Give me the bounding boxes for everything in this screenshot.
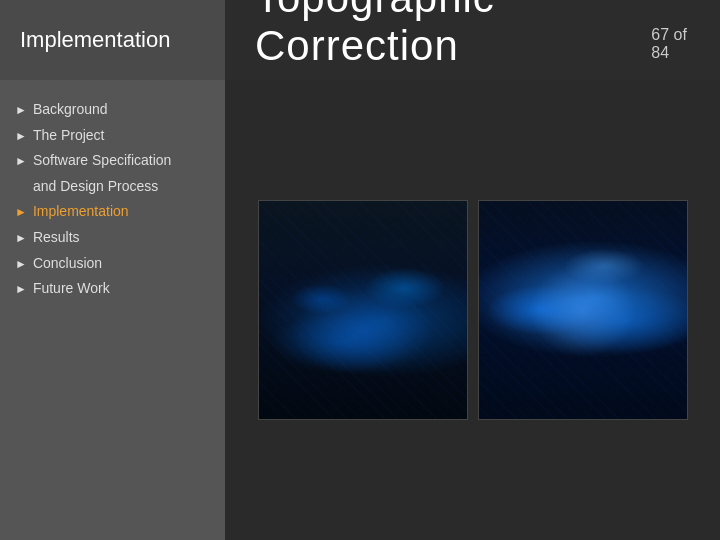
sidebar-item-results[interactable]: ► Results: [15, 228, 210, 248]
sidebar-item-future-work[interactable]: ► Future Work: [15, 279, 210, 299]
topo-image-right: [478, 200, 688, 420]
slide: Implementation Topographic Correction 67…: [0, 0, 720, 540]
section-label: Implementation: [20, 27, 170, 53]
sidebar-item-software-spec[interactable]: ► Software Specification: [15, 151, 210, 171]
image-overlay: [479, 201, 687, 419]
main-content: [225, 80, 720, 540]
arrow-icon: ►: [15, 102, 27, 119]
sidebar-item-label: The Project: [33, 126, 210, 146]
header-section: Implementation: [0, 0, 225, 80]
image-overlay: [259, 201, 467, 419]
header-title-area: Topographic Correction 67 of 84: [225, 0, 720, 80]
content-area: ► Background ► The Project ► Software Sp…: [0, 80, 720, 540]
sidebar-item-design-process[interactable]: and Design Process: [15, 177, 210, 197]
sidebar-item-label: and Design Process: [33, 177, 210, 197]
arrow-icon: ►: [15, 281, 27, 298]
sidebar-item-label: Future Work: [33, 279, 210, 299]
sidebar-item-label: Software Specification: [33, 151, 210, 171]
slide-title: Topographic Correction: [255, 0, 639, 70]
topo-image-left: [258, 200, 468, 420]
sidebar-item-label: Results: [33, 228, 210, 248]
sidebar-item-the-project[interactable]: ► The Project: [15, 126, 210, 146]
sidebar-item-label: Background: [33, 100, 210, 120]
arrow-icon: ►: [15, 230, 27, 247]
sidebar-item-conclusion[interactable]: ► Conclusion: [15, 254, 210, 274]
arrow-icon: ►: [15, 256, 27, 273]
sidebar-item-background[interactable]: ► Background: [15, 100, 210, 120]
arrow-icon: ►: [15, 204, 27, 221]
sidebar: ► Background ► The Project ► Software Sp…: [0, 80, 225, 540]
sidebar-item-label: Conclusion: [33, 254, 210, 274]
sidebar-item-label: Implementation: [33, 202, 210, 222]
page-number: 67 of 84: [651, 26, 700, 62]
sidebar-item-implementation[interactable]: ► Implementation: [15, 202, 210, 222]
arrow-icon: ►: [15, 128, 27, 145]
header: Implementation Topographic Correction 67…: [0, 0, 720, 80]
arrow-icon: ►: [15, 153, 27, 170]
